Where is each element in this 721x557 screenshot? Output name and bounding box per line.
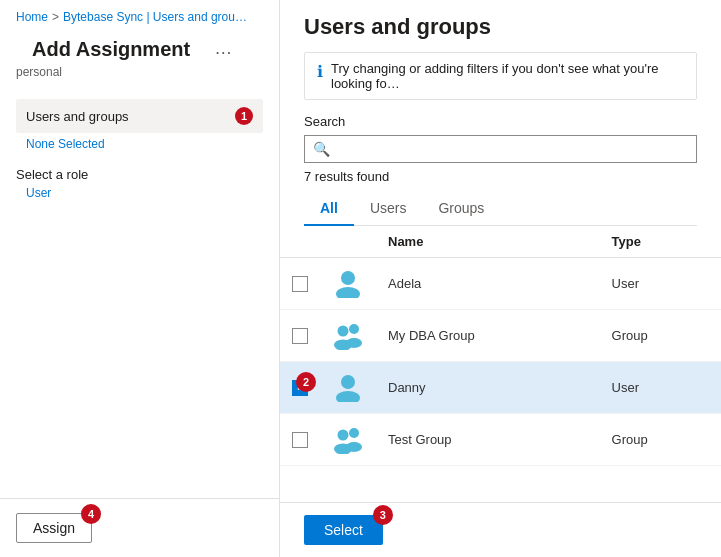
svg-point-7 bbox=[336, 391, 360, 402]
role-value: User bbox=[16, 186, 263, 200]
row-checkbox[interactable] bbox=[292, 328, 308, 344]
row-checkbox[interactable] bbox=[292, 432, 308, 448]
more-icon[interactable]: … bbox=[214, 38, 232, 59]
breadcrumb-app[interactable]: Bytebase Sync | Users and grou… bbox=[63, 10, 247, 24]
assign-button[interactable]: Assign 4 bbox=[16, 513, 92, 543]
tab-users[interactable]: Users bbox=[354, 192, 423, 226]
svg-point-10 bbox=[349, 428, 359, 438]
table-header-row: Name Type bbox=[280, 226, 721, 258]
svg-point-11 bbox=[346, 442, 362, 452]
select-button[interactable]: Select 3 bbox=[304, 515, 383, 545]
select-badge: 3 bbox=[373, 505, 393, 525]
right-title: Users and groups bbox=[304, 14, 697, 40]
search-input[interactable] bbox=[336, 141, 688, 157]
search-icon: 🔍 bbox=[313, 141, 330, 157]
row-avatar bbox=[320, 362, 376, 414]
users-groups-table: Name Type AdelaUser My DBA GroupGroup2 D… bbox=[280, 226, 721, 466]
info-bar: ℹ Try changing or adding filters if you … bbox=[304, 52, 697, 100]
col-avatar bbox=[320, 226, 376, 258]
users-groups-badge: 1 bbox=[235, 107, 253, 125]
left-footer: Assign 4 bbox=[0, 498, 279, 557]
page-subtitle: personal bbox=[0, 65, 279, 91]
tabs-bar: All Users Groups bbox=[304, 192, 697, 226]
col-name: Name bbox=[376, 226, 600, 258]
users-groups-item[interactable]: Users and groups 1 bbox=[16, 99, 263, 133]
breadcrumb-home[interactable]: Home bbox=[16, 10, 48, 24]
breadcrumb: Home > Bytebase Sync | Users and grou… bbox=[0, 0, 279, 30]
right-header: Users and groups ℹ Try changing or addin… bbox=[280, 0, 721, 226]
row-type: User bbox=[600, 258, 721, 310]
row-name: Danny bbox=[376, 362, 600, 414]
table-row[interactable]: Test GroupGroup bbox=[280, 414, 721, 466]
row-type: Group bbox=[600, 414, 721, 466]
svg-point-5 bbox=[346, 338, 362, 348]
table-area: Name Type AdelaUser My DBA GroupGroup2 D… bbox=[280, 226, 721, 502]
svg-point-6 bbox=[341, 375, 355, 389]
svg-point-1 bbox=[336, 287, 360, 298]
table-row[interactable]: AdelaUser bbox=[280, 258, 721, 310]
role-section: Select a role User bbox=[0, 159, 279, 208]
row-name: My DBA Group bbox=[376, 310, 600, 362]
assign-badge: 4 bbox=[81, 504, 101, 524]
right-panel: Users and groups ℹ Try changing or addin… bbox=[280, 0, 721, 557]
tab-all[interactable]: All bbox=[304, 192, 354, 226]
results-count: 7 results found bbox=[304, 169, 697, 184]
row-name: Test Group bbox=[376, 414, 600, 466]
row-badge: 2 bbox=[296, 372, 316, 392]
breadcrumb-sep1: > bbox=[52, 10, 59, 24]
search-box: 🔍 bbox=[304, 135, 697, 163]
info-icon: ℹ bbox=[317, 62, 323, 81]
users-groups-label: Users and groups bbox=[26, 109, 129, 124]
col-type: Type bbox=[600, 226, 721, 258]
page-title: Add Assignment bbox=[16, 34, 206, 63]
table-row[interactable]: 2 DannyUser bbox=[280, 362, 721, 414]
info-text: Try changing or adding filters if you do… bbox=[331, 61, 684, 91]
right-footer: Select 3 bbox=[280, 502, 721, 557]
row-avatar bbox=[320, 258, 376, 310]
row-type: Group bbox=[600, 310, 721, 362]
table-row[interactable]: My DBA GroupGroup bbox=[280, 310, 721, 362]
role-label: Select a role bbox=[16, 167, 263, 182]
none-selected-label: None Selected bbox=[16, 137, 263, 151]
search-label: Search bbox=[304, 114, 697, 129]
row-avatar bbox=[320, 310, 376, 362]
svg-point-2 bbox=[338, 326, 349, 337]
row-type: User bbox=[600, 362, 721, 414]
row-name: Adela bbox=[376, 258, 600, 310]
users-groups-section: Users and groups 1 None Selected bbox=[0, 91, 279, 159]
row-avatar bbox=[320, 414, 376, 466]
left-panel: Home > Bytebase Sync | Users and grou… A… bbox=[0, 0, 280, 557]
col-checkbox bbox=[280, 226, 320, 258]
row-checkbox[interactable] bbox=[292, 276, 308, 292]
svg-point-8 bbox=[338, 430, 349, 441]
tab-groups[interactable]: Groups bbox=[422, 192, 500, 226]
svg-point-0 bbox=[341, 271, 355, 285]
svg-point-4 bbox=[349, 324, 359, 334]
